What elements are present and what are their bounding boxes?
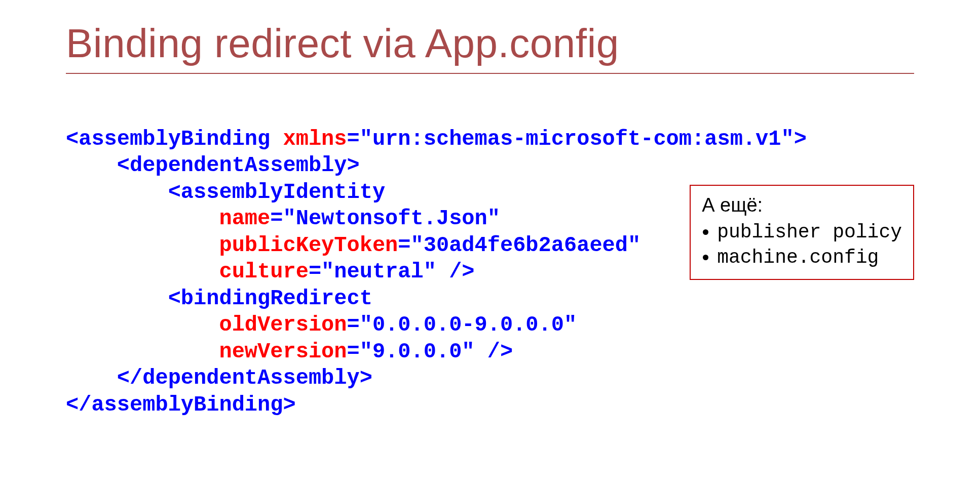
code-text: =: [398, 233, 410, 258]
code-text: </dependentAssembly>: [66, 366, 372, 390]
code-text: oldVersion: [66, 313, 347, 337]
code-text: xmlns: [270, 127, 347, 151]
note-title: А ещё:: [702, 193, 902, 218]
note-item: publisher policy: [717, 220, 902, 245]
slide-title: Binding redirect via App.config: [66, 20, 914, 74]
code-text: =: [309, 260, 321, 284]
code-text: <assemblyIdentity: [66, 180, 385, 205]
note-item: machine.config: [717, 245, 902, 270]
code-text: =: [347, 127, 360, 151]
code-text: =: [270, 207, 283, 231]
code-text: publicKeyToken: [66, 233, 398, 258]
code-text: =: [347, 340, 360, 364]
code-text: "0.0.0.0-9.0.0.0": [360, 313, 577, 337]
code-text: <assemblyBinding: [66, 127, 270, 151]
code-text: "Newtonsoft.Json": [283, 207, 500, 231]
code-text: =: [347, 313, 360, 337]
note-list: publisher policy machine.config: [702, 220, 902, 270]
code-text: <dependentAssembly>: [66, 153, 360, 178]
code-text: >: [794, 127, 807, 151]
code-text: />: [436, 260, 475, 284]
code-text: </assemblyBinding>: [66, 393, 296, 417]
code-text: "30ad4fe6b2a6aeed": [411, 233, 641, 258]
note-box: А ещё: publisher policy machine.config: [690, 185, 914, 280]
code-text: name: [66, 207, 270, 231]
code-text: "neutral": [321, 260, 436, 284]
code-text: "urn:schemas-microsoft-com:asm.v1": [360, 127, 794, 151]
code-text: newVersion: [66, 340, 347, 364]
code-text: />: [475, 340, 513, 364]
code-text: culture: [66, 260, 309, 284]
slide: Binding redirect via App.config <assembl…: [0, 0, 980, 487]
code-text: <bindingRedirect: [66, 287, 372, 311]
code-text: "9.0.0.0": [360, 340, 475, 364]
